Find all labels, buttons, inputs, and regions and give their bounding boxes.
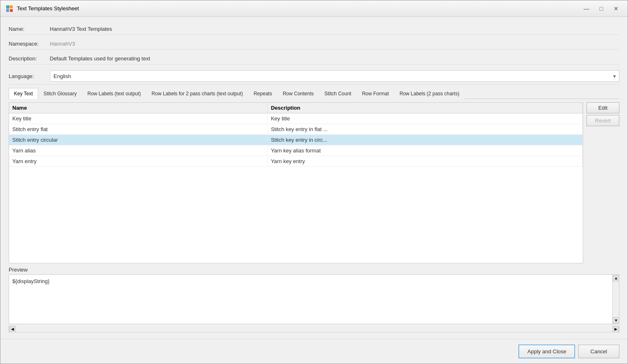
- cell-name: Stitch entry flat: [9, 124, 267, 135]
- footer: Apply and Close Cancel: [0, 339, 628, 364]
- name-value: HannahV3 Text Templates: [50, 26, 619, 32]
- language-select-wrapper: English ▾: [50, 70, 619, 82]
- description-label: Description:: [9, 55, 50, 62]
- cell-description: Stitch key entry in circ...: [267, 135, 582, 145]
- svg-rect-3: [10, 9, 13, 12]
- cell-description: Yarn key alias format: [267, 145, 582, 156]
- preview-section: Preview ${displayString} ▲ ▼ ◀ ▶: [9, 267, 619, 332]
- tabs: Key Text Stitch Glossary Row Labels (tex…: [9, 88, 619, 99]
- scroll-track-v: [613, 281, 619, 317]
- tabs-container: Key Text Stitch Glossary Row Labels (tex…: [9, 88, 619, 99]
- table-row[interactable]: Stitch entry flatStitch key entry in fla…: [9, 124, 583, 135]
- tab-row-format[interactable]: Row Format: [357, 88, 394, 99]
- description-row: Description: Default Templates used for …: [9, 53, 619, 65]
- tab-row-labels-text[interactable]: Row Labels (text output): [82, 88, 146, 99]
- main-window: Text Templates Stylesheet — □ ✕ Name: Ha…: [0, 0, 628, 364]
- scroll-right-btn[interactable]: ▶: [612, 326, 619, 332]
- minimize-button[interactable]: —: [580, 3, 593, 14]
- language-row: Language: English ▾: [9, 68, 619, 85]
- preview-label: Preview: [9, 267, 619, 273]
- table-row[interactable]: Key titleKey title: [9, 113, 583, 124]
- cell-description: Stitch key entry in flat ...: [267, 124, 582, 135]
- scroll-left-btn[interactable]: ◀: [9, 326, 16, 332]
- app-icon: [5, 5, 14, 13]
- title-bar: Text Templates Stylesheet — □ ✕: [0, 0, 628, 17]
- preview-hscroll: ◀ ▶: [9, 326, 619, 332]
- tab-row-contents[interactable]: Row Contents: [277, 88, 319, 99]
- description-value: Default Templates used for generating te…: [50, 55, 619, 62]
- name-row: Name: HannahV3 Text Templates: [9, 23, 619, 35]
- cell-name: Key title: [9, 113, 267, 124]
- window-controls: — □ ✕: [580, 3, 623, 14]
- scroll-down-btn[interactable]: ▼: [613, 317, 619, 324]
- svg-rect-1: [10, 5, 13, 8]
- tab-row-labels-2pass[interactable]: Row Labels for 2 pass charts (text outpu…: [146, 88, 248, 99]
- side-buttons: Edit Revert: [586, 102, 619, 263]
- cancel-button[interactable]: Cancel: [578, 345, 619, 358]
- tab-stitch-glossary[interactable]: Stitch Glossary: [38, 88, 82, 99]
- maximize-button[interactable]: □: [595, 3, 608, 14]
- language-label: Language:: [9, 73, 50, 79]
- table-header-row: Name Description: [9, 103, 583, 113]
- namespace-row: Namespace: HannahV3: [9, 38, 619, 50]
- table-row[interactable]: Stitch entry circularStitch key entry in…: [9, 135, 583, 145]
- scroll-up-btn[interactable]: ▲: [613, 275, 619, 281]
- data-table: Name Description Key titleKey titleStitc…: [9, 103, 583, 167]
- svg-rect-2: [6, 9, 9, 12]
- cell-name: Stitch entry circular: [9, 135, 267, 145]
- window-title: Text Templates Stylesheet: [17, 5, 580, 12]
- svg-rect-0: [6, 5, 9, 9]
- apply-close-button[interactable]: Apply and Close: [519, 345, 575, 358]
- namespace-value: HannahV3: [50, 41, 619, 47]
- preview-box: ${displayString} ▲ ▼: [9, 274, 619, 324]
- revert-button[interactable]: Revert: [586, 115, 619, 126]
- tab-key-text[interactable]: Key Text: [9, 88, 38, 99]
- table-row[interactable]: Yarn entryYarn key entry: [9, 156, 583, 167]
- edit-button[interactable]: Edit: [586, 102, 619, 113]
- preview-vscroll: ▲ ▼: [612, 275, 619, 324]
- tab-repeats[interactable]: Repeats: [248, 88, 278, 99]
- table-section: Name Description Key titleKey titleStitc…: [9, 102, 619, 263]
- cell-name: Yarn alias: [9, 145, 267, 156]
- language-select[interactable]: English: [50, 70, 619, 82]
- col-header-description: Description: [267, 103, 582, 113]
- col-header-name: Name: [9, 103, 267, 113]
- close-button[interactable]: ✕: [609, 3, 623, 14]
- tab-row-labels-2pass-charts[interactable]: Row Labels (2 pass charts): [394, 88, 465, 99]
- table-row[interactable]: Yarn aliasYarn key alias format: [9, 145, 583, 156]
- table-wrapper: Name Description Key titleKey titleStitc…: [9, 102, 583, 263]
- cell-description: Yarn key entry: [267, 156, 582, 167]
- preview-content: ${displayString}: [9, 275, 612, 324]
- content-area: Name: HannahV3 Text Templates Namespace:…: [0, 17, 628, 339]
- name-label: Name:: [9, 26, 50, 32]
- cell-description: Key title: [267, 113, 582, 124]
- tab-stitch-count[interactable]: Stitch Count: [319, 88, 357, 99]
- cell-name: Yarn entry: [9, 156, 267, 167]
- namespace-label: Namespace:: [9, 41, 50, 47]
